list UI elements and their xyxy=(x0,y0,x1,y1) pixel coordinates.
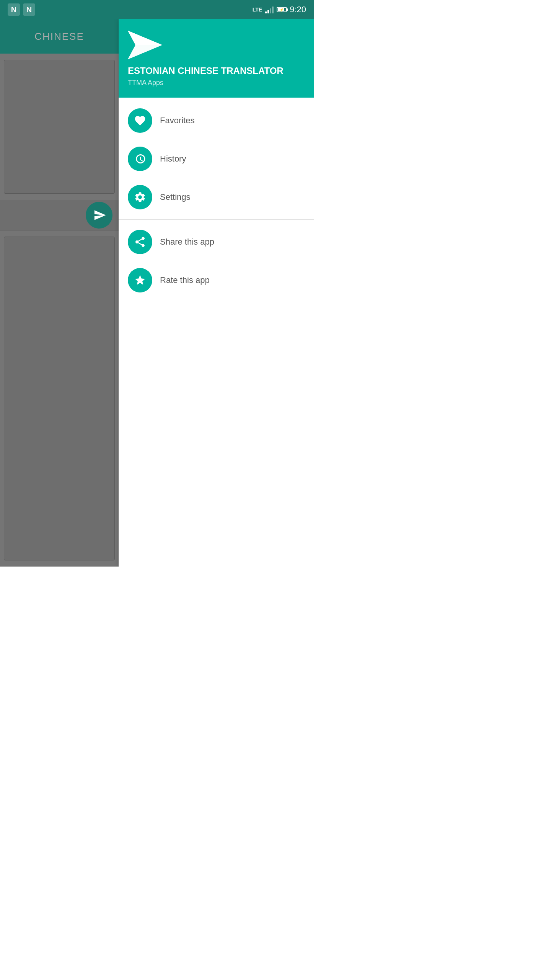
output-text-area xyxy=(4,237,115,560)
app-logo xyxy=(128,31,162,59)
app-title: ESTONIAN CHINESE TRANSLATOR xyxy=(128,65,305,77)
status-bar-right: LTE ⚡ 9:20 xyxy=(253,5,306,15)
status-bar-left: N N xyxy=(8,3,35,16)
input-text-area[interactable] xyxy=(4,60,115,194)
notification-icon-1: N xyxy=(8,3,20,16)
navigation-drawer: ESTONIAN CHINESE TRANSLATOR TTMA Apps Fa… xyxy=(119,19,314,567)
share-icon xyxy=(134,236,146,248)
app-title-block: ESTONIAN CHINESE TRANSLATOR TTMA Apps xyxy=(128,65,305,87)
heart-icon xyxy=(134,114,146,127)
drawer-menu: Favorites History Settings xyxy=(119,98,314,567)
translate-button[interactable] xyxy=(86,202,112,229)
history-icon-circle xyxy=(128,147,152,171)
lte-badge: LTE xyxy=(253,7,262,13)
signal-icon xyxy=(265,6,274,13)
rate-label: Rate this app xyxy=(160,275,210,285)
main-content: CHINESE xyxy=(0,19,119,567)
menu-item-favorites[interactable]: Favorites xyxy=(119,101,314,140)
menu-item-history[interactable]: History xyxy=(119,140,314,178)
history-label: History xyxy=(160,154,186,164)
main-body xyxy=(0,54,119,567)
share-icon-circle xyxy=(128,230,152,254)
drawer-header: ESTONIAN CHINESE TRANSLATOR TTMA Apps xyxy=(119,19,314,98)
rate-icon-circle xyxy=(128,268,152,292)
menu-divider xyxy=(119,219,314,220)
favorites-icon-circle xyxy=(128,108,152,133)
translate-row xyxy=(0,200,119,230)
settings-label: Settings xyxy=(160,192,191,202)
clock-icon xyxy=(134,153,146,165)
star-icon xyxy=(134,274,146,286)
menu-item-share[interactable]: Share this app xyxy=(119,223,314,261)
main-header-title: CHINESE xyxy=(34,31,84,42)
app-subtitle: TTMA Apps xyxy=(128,79,305,87)
gear-icon xyxy=(134,191,146,203)
status-bar: N N LTE ⚡ 9:20 xyxy=(0,0,314,19)
share-label: Share this app xyxy=(160,237,214,247)
svg-marker-2 xyxy=(128,45,162,60)
send-icon xyxy=(93,209,106,222)
settings-icon-circle xyxy=(128,185,152,209)
app-container: CHINESE ESTONIAN CHINESE T xyxy=(0,19,314,567)
clock: 9:20 xyxy=(290,5,306,15)
notification-icon-2: N xyxy=(23,3,35,16)
favorites-label: Favorites xyxy=(160,116,194,126)
menu-item-rate[interactable]: Rate this app xyxy=(119,261,314,299)
svg-marker-1 xyxy=(128,31,162,45)
menu-item-settings[interactable]: Settings xyxy=(119,178,314,216)
main-header: CHINESE xyxy=(0,19,119,54)
battery-icon: ⚡ xyxy=(277,7,287,12)
